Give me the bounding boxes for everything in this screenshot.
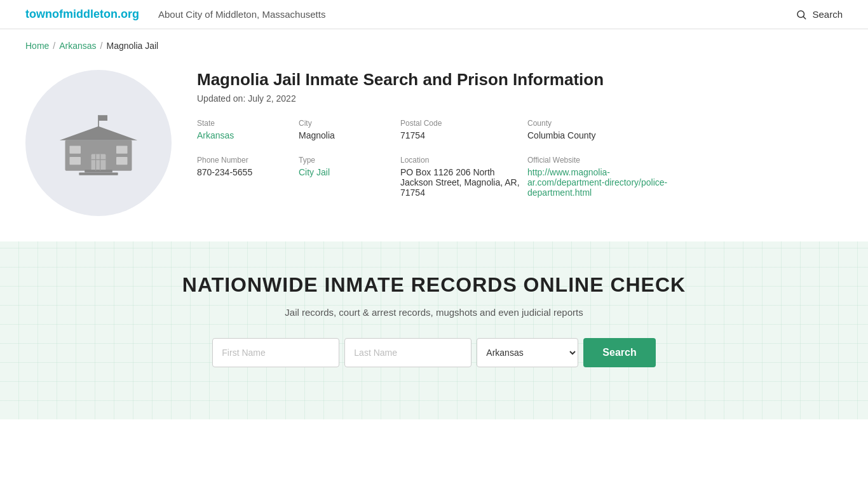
last-name-input[interactable] (344, 338, 471, 367)
phone-value: 870-234-5655 (197, 167, 299, 177)
city-value: Magnolia (299, 130, 400, 140)
main-content: Magnolia Jail Inmate Search and Prison I… (0, 57, 868, 241)
info-section: Magnolia Jail Inmate Search and Prison I… (197, 70, 843, 198)
type-cell: Type City Jail (299, 156, 400, 198)
state-value: Arkansas (197, 130, 299, 140)
svg-line-1 (804, 17, 806, 18)
svg-rect-12 (79, 172, 118, 175)
header-nav-text: About City of Middleton, Massachusetts (158, 9, 796, 20)
website-value: http://www.magnolia-ar.com/department-di… (527, 167, 686, 198)
search-icon (796, 9, 807, 20)
jail-image-container (25, 70, 172, 216)
postal-value: 71754 (400, 130, 527, 140)
svg-rect-8 (70, 157, 81, 165)
postal-label: Postal Code (400, 119, 527, 128)
postal-cell: Postal Code 71754 (400, 119, 527, 140)
svg-marker-5 (60, 126, 138, 140)
svg-point-0 (797, 11, 804, 18)
breadcrumb-current: Magnolia Jail (107, 41, 159, 51)
website-label: Official Website (527, 156, 686, 165)
jail-building-icon (54, 108, 143, 178)
first-name-input[interactable] (212, 338, 339, 367)
svg-rect-9 (116, 146, 128, 153)
header-search-label: Search (812, 9, 843, 20)
website-link[interactable]: http://www.magnolia-ar.com/department-di… (527, 167, 667, 198)
state-link[interactable]: Arkansas (197, 130, 234, 140)
location-value: PO Box 1126 206 North Jackson Street, Ma… (400, 167, 527, 198)
search-button[interactable]: Search (583, 338, 655, 367)
bottom-section: NATIONWIDE INMATE RECORDS ONLINE CHECK J… (0, 241, 868, 419)
state-select[interactable]: AlabamaAlaskaArizonaArkansasCaliforniaCo… (477, 338, 578, 367)
location-label: Location (400, 156, 527, 165)
inmate-search-form: AlabamaAlaskaArizonaArkansasCaliforniaCo… (25, 338, 843, 367)
breadcrumb-state[interactable]: Arkansas (59, 41, 96, 51)
svg-rect-10 (116, 157, 128, 165)
bottom-title: NATIONWIDE INMATE RECORDS ONLINE CHECK (25, 273, 843, 297)
jail-updated: Updated on: July 2, 2022 (197, 93, 843, 104)
type-link[interactable]: City Jail (299, 167, 330, 177)
bottom-subtitle: Jail records, court & arrest records, mu… (25, 307, 843, 318)
breadcrumb-sep-2: / (100, 41, 103, 51)
state-label: State (197, 119, 299, 128)
type-value: City Jail (299, 167, 400, 177)
jail-title: Magnolia Jail Inmate Search and Prison I… (197, 70, 843, 90)
header-search-button[interactable]: Search (796, 9, 843, 20)
state-cell: State Arkansas (197, 119, 299, 140)
phone-cell: Phone Number 870-234-5655 (197, 156, 299, 198)
location-cell: Location PO Box 1126 206 North Jackson S… (400, 156, 527, 198)
breadcrumb-home[interactable]: Home (25, 41, 49, 51)
svg-rect-11 (85, 170, 112, 172)
phone-label: Phone Number (197, 156, 299, 165)
svg-rect-7 (70, 146, 81, 153)
city-label: City (299, 119, 400, 128)
site-logo[interactable]: townofmiddleton.org (25, 8, 139, 21)
county-label: County (527, 119, 686, 128)
svg-rect-6 (92, 154, 106, 171)
county-cell: County Columbia County (527, 119, 686, 140)
website-cell: Official Website http://www.magnolia-ar.… (527, 156, 686, 198)
header: townofmiddleton.org About City of Middle… (0, 0, 868, 29)
breadcrumb: Home / Arkansas / Magnolia Jail (0, 29, 868, 57)
info-grid: State Arkansas City Magnolia Postal Code… (197, 119, 843, 198)
type-label: Type (299, 156, 400, 165)
county-value: Columbia County (527, 130, 686, 140)
svg-rect-3 (98, 115, 107, 121)
city-cell: City Magnolia (299, 119, 400, 140)
breadcrumb-sep-1: / (53, 41, 55, 51)
